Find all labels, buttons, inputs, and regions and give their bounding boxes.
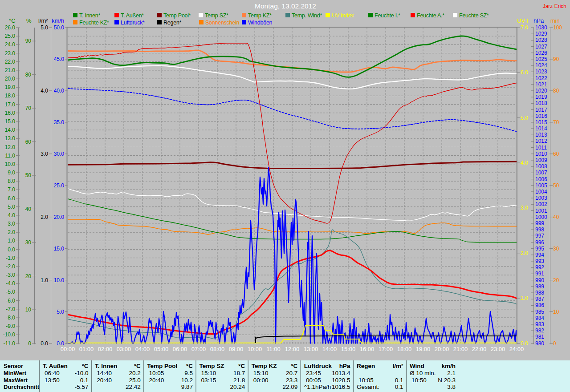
svg-text:06:00: 06:00: [173, 346, 187, 352]
svg-text:60: 60: [25, 139, 32, 145]
svg-text:3.0: 3.0: [521, 205, 528, 211]
svg-text:Feuchte SZ*: Feuchte SZ*: [459, 12, 489, 19]
svg-text:989: 989: [535, 283, 544, 290]
svg-text:20.0: 20.0: [5, 76, 16, 82]
svg-text:17.0: 17.0: [5, 101, 16, 108]
svg-text:8.0: 8.0: [8, 178, 15, 184]
svg-text:5.0: 5.0: [41, 24, 48, 31]
svg-text:992: 992: [535, 264, 544, 271]
svg-text:Luftdruck*: Luftdruck*: [121, 20, 145, 26]
svg-text:1020.5: 1020.5: [332, 377, 350, 384]
svg-text:10: 10: [25, 307, 32, 313]
svg-text:997: 997: [535, 233, 544, 239]
svg-text:15:10: 15:10: [201, 370, 216, 376]
svg-text:991: 991: [535, 271, 544, 277]
svg-text:20:40: 20:40: [149, 377, 164, 384]
svg-text:1002: 1002: [535, 201, 547, 207]
svg-text:15.0: 15.0: [54, 246, 65, 252]
svg-text:993: 993: [535, 258, 544, 264]
svg-text:19:00: 19:00: [416, 346, 431, 352]
svg-text:1024: 1024: [535, 62, 547, 69]
svg-text:1013: 1013: [535, 132, 547, 138]
svg-text:13:50: 13:50: [45, 377, 60, 384]
svg-text:4.0: 4.0: [41, 88, 48, 94]
svg-text:1008: 1008: [535, 163, 547, 170]
svg-text:7.0: 7.0: [8, 186, 15, 193]
svg-text:22:00: 22:00: [472, 346, 487, 352]
svg-text:hPa: hPa: [533, 17, 544, 24]
svg-text:9.0: 9.0: [8, 170, 15, 176]
svg-text:MinWert: MinWert: [4, 370, 27, 376]
svg-text:18.7: 18.7: [233, 370, 245, 376]
svg-text:0: 0: [28, 340, 31, 347]
svg-text:-6.0: -6.0: [6, 298, 15, 304]
svg-text:1010: 1010: [535, 151, 547, 157]
svg-text:80: 80: [25, 72, 32, 78]
svg-text:03:15: 03:15: [201, 377, 216, 384]
svg-text:Feuchte I.*: Feuchte I.*: [375, 12, 400, 19]
svg-text:2.0: 2.0: [521, 250, 528, 256]
svg-text:25.0: 25.0: [54, 182, 65, 189]
svg-text:9.5: 9.5: [184, 370, 193, 376]
svg-text:0.1: 0.1: [395, 384, 403, 390]
svg-text:7.0: 7.0: [521, 24, 528, 31]
svg-text:17:00: 17:00: [379, 346, 393, 352]
svg-text:UV Index: UV Index: [332, 12, 354, 19]
svg-text:1001: 1001: [535, 208, 547, 214]
svg-text:999: 999: [535, 220, 544, 226]
svg-text:45.0: 45.0: [54, 56, 65, 62]
svg-text:3.8: 3.8: [447, 384, 456, 390]
svg-text:22.09: 22.09: [283, 384, 298, 390]
svg-text:-3.0: -3.0: [6, 272, 15, 278]
svg-text:1015: 1015: [535, 119, 547, 125]
svg-text:20.24: 20.24: [230, 384, 245, 390]
svg-text:-5.57: -5.57: [75, 384, 89, 390]
svg-text:1000: 1000: [535, 214, 547, 220]
svg-text:-4.0: -4.0: [6, 280, 15, 287]
svg-text:min: min: [550, 17, 560, 24]
svg-text:26.0: 26.0: [5, 24, 16, 31]
svg-text:10:00: 10:00: [248, 346, 262, 352]
svg-text:23.0: 23.0: [5, 50, 16, 57]
svg-text:10.0: 10.0: [5, 161, 16, 167]
svg-text:03:00: 03:00: [117, 346, 131, 352]
svg-text:08:00: 08:00: [210, 346, 225, 352]
svg-text:Regen: Regen: [357, 363, 375, 369]
svg-text:6.0: 6.0: [521, 69, 528, 76]
svg-text:°C: °C: [291, 363, 297, 369]
svg-text:983: 983: [535, 321, 544, 327]
svg-text:23:00: 23:00: [491, 346, 505, 352]
svg-text:13:00: 13:00: [304, 346, 318, 352]
svg-text:Feuchte KZ*: Feuchte KZ*: [79, 20, 109, 26]
svg-text:11.0: 11.0: [5, 153, 16, 159]
svg-text:0.0: 0.0: [8, 247, 15, 253]
svg-text:20.7: 20.7: [286, 370, 297, 376]
svg-text:30: 30: [553, 246, 559, 252]
svg-text:23:45: 23:45: [306, 370, 321, 376]
svg-text:20: 20: [553, 277, 559, 283]
svg-text:15.0: 15.0: [5, 118, 16, 125]
svg-text:00:05: 00:05: [306, 377, 321, 384]
svg-text:10:05: 10:05: [358, 377, 374, 384]
svg-text:21:00: 21:00: [453, 346, 468, 352]
svg-text:T. Innen*: T. Innen*: [79, 12, 100, 19]
svg-text:00:00: 00:00: [253, 377, 269, 384]
svg-text:hPa: hPa: [339, 363, 350, 369]
svg-text:1.0: 1.0: [41, 277, 48, 283]
svg-text:km/h: km/h: [441, 363, 456, 369]
svg-text:40: 40: [25, 206, 32, 212]
svg-text:18:00: 18:00: [397, 346, 412, 352]
svg-text:1004: 1004: [535, 189, 547, 195]
svg-text:80: 80: [553, 88, 559, 94]
svg-text:23.3: 23.3: [286, 377, 297, 384]
svg-text:25.0: 25.0: [5, 33, 16, 39]
svg-text:4.0: 4.0: [8, 212, 15, 218]
svg-text:%: %: [26, 17, 32, 24]
svg-text:12:00: 12:00: [285, 346, 300, 352]
svg-text:15:00: 15:00: [341, 346, 356, 352]
svg-text:0: 0: [553, 340, 556, 347]
svg-text:19.0: 19.0: [5, 84, 16, 90]
svg-text:35.0: 35.0: [54, 119, 65, 125]
svg-text:9.87: 9.87: [181, 384, 193, 390]
svg-text:UV-I: UV-I: [517, 17, 528, 24]
